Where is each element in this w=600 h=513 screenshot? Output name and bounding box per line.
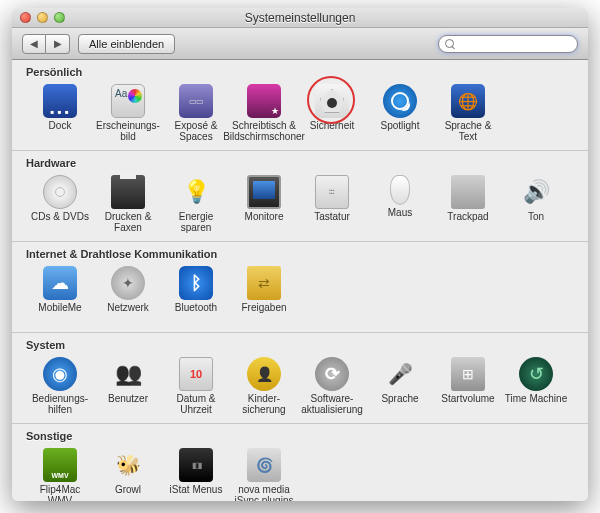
window-title: Systemeinstellungen [12, 11, 588, 25]
pref-item-label: Drucken & Faxen [105, 211, 152, 233]
section-title: System [26, 337, 574, 355]
pref-item-label: CDs & DVDs [31, 211, 89, 233]
section-title: Hardware [26, 155, 574, 173]
section-grid: DockErscheinungs- bildExposé & SpacesSch… [26, 82, 574, 144]
security-icon [315, 84, 349, 118]
pref-item-label: Kinder- sicherung [242, 393, 285, 415]
section-grid: MobileMeNetzwerkBluetoothFreigaben [26, 264, 574, 326]
language-icon [451, 84, 485, 118]
pref-item-parental[interactable]: Kinder- sicherung [230, 355, 298, 417]
pref-item-mobileme[interactable]: MobileMe [26, 264, 94, 326]
pref-item-speech[interactable]: Sprache [366, 355, 434, 417]
parental-icon [247, 357, 281, 391]
pref-item-expose[interactable]: Exposé & Spaces [162, 82, 230, 144]
ua-icon [43, 357, 77, 391]
pref-item-datetime[interactable]: Datum & Uhrzeit [162, 355, 230, 417]
accounts-icon [111, 357, 145, 391]
mobileme-icon [43, 266, 77, 300]
dock-icon [43, 84, 77, 118]
desktop-icon [247, 84, 281, 118]
print-icon [111, 175, 145, 209]
datetime-icon [179, 357, 213, 391]
pref-item-label: MobileMe [38, 302, 81, 324]
pref-item-label: Sprache & Text [445, 120, 492, 142]
pref-item-mouse[interactable]: Maus [366, 173, 434, 235]
pref-item-security[interactable]: Sicherheit [298, 82, 366, 144]
keyboard-icon [315, 175, 349, 209]
bluetooth-icon [179, 266, 213, 300]
show-all-button[interactable]: Alle einblenden [78, 34, 175, 54]
section-title: Sonstige [26, 428, 574, 446]
back-button[interactable]: ◀ [22, 34, 46, 54]
pref-item-accounts[interactable]: Benutzer [94, 355, 162, 417]
pref-item-trackpad[interactable]: Trackpad [434, 173, 502, 235]
highlight-ring [307, 76, 355, 124]
section-grid: Flip4Mac WMVGrowliStat Menusnova media i… [26, 446, 574, 501]
pref-item-energy[interactable]: Energie sparen [162, 173, 230, 235]
nav-segment: ◀ ▶ [22, 34, 70, 54]
pref-item-label: Tastatur [314, 211, 350, 233]
window: Systemeinstellungen ◀ ▶ Alle einblenden … [12, 8, 588, 501]
pref-item-label: Spotlight [381, 120, 420, 142]
pref-item-label: Ton [528, 211, 544, 233]
pref-item-print[interactable]: Drucken & Faxen [94, 173, 162, 235]
pref-item-dock[interactable]: Dock [26, 82, 94, 144]
section-0: PersönlichDockErscheinungs- bildExposé &… [12, 60, 588, 151]
pref-item-label: Benutzer [108, 393, 148, 415]
pref-item-appearance[interactable]: Erscheinungs- bild [94, 82, 162, 144]
pref-item-label: Maus [388, 207, 412, 229]
mouse-icon [390, 175, 410, 205]
pref-item-swupdate[interactable]: Software- aktualisierung [298, 355, 366, 417]
istat-icon [179, 448, 213, 482]
pref-item-ua[interactable]: Bedienungs- hilfen [26, 355, 94, 417]
pref-item-label: Netzwerk [107, 302, 149, 324]
pref-item-language[interactable]: Sprache & Text [434, 82, 502, 144]
pref-item-timemachine[interactable]: Time Machine [502, 355, 570, 417]
pref-item-label: Erscheinungs- bild [96, 120, 160, 142]
search-input[interactable] [458, 38, 571, 50]
pref-item-label: Freigaben [241, 302, 286, 324]
section-title: Persönlich [26, 64, 574, 82]
pref-item-label: iStat Menus [170, 484, 223, 501]
titlebar[interactable]: Systemeinstellungen [12, 8, 588, 28]
growl-icon [111, 448, 145, 482]
flip4mac-icon [43, 448, 77, 482]
pref-item-bluetooth[interactable]: Bluetooth [162, 264, 230, 326]
pref-item-displays[interactable]: Monitore [230, 173, 298, 235]
discs-icon [43, 175, 77, 209]
search-icon [445, 39, 454, 49]
pref-item-label: Energie sparen [179, 211, 213, 233]
pref-item-sharing[interactable]: Freigaben [230, 264, 298, 326]
pref-item-novamedia[interactable]: nova media iSync plugins [230, 446, 298, 501]
pref-item-istat[interactable]: iStat Menus [162, 446, 230, 501]
pref-item-label: Time Machine [505, 393, 567, 415]
pref-item-flip4mac[interactable]: Flip4Mac WMV [26, 446, 94, 501]
pref-item-label: Growl [115, 484, 141, 501]
section-3: SystemBedienungs- hilfenBenutzerDatum & … [12, 333, 588, 424]
startup-icon [451, 357, 485, 391]
trackpad-icon [451, 175, 485, 209]
pref-item-startup[interactable]: Startvolume [434, 355, 502, 417]
section-grid: Bedienungs- hilfenBenutzerDatum & Uhrzei… [26, 355, 574, 417]
speech-icon [383, 357, 417, 391]
pref-item-sound[interactable]: Ton [502, 173, 570, 235]
timemachine-icon [519, 357, 553, 391]
pref-item-spotlight[interactable]: Spotlight [366, 82, 434, 144]
pref-item-keyboard[interactable]: Tastatur [298, 173, 366, 235]
search-field[interactable] [438, 35, 578, 53]
pref-item-discs[interactable]: CDs & DVDs [26, 173, 94, 235]
section-2: Internet & Drahtlose KommunikationMobile… [12, 242, 588, 333]
pref-item-network[interactable]: Netzwerk [94, 264, 162, 326]
novamedia-icon [247, 448, 281, 482]
pref-item-label: Bedienungs- hilfen [32, 393, 88, 415]
pref-item-label: Monitore [245, 211, 284, 233]
section-title: Internet & Drahtlose Kommunikation [26, 246, 574, 264]
forward-button[interactable]: ▶ [46, 34, 70, 54]
energy-icon [179, 175, 213, 209]
pref-item-growl[interactable]: Growl [94, 446, 162, 501]
pref-item-desktop[interactable]: Schreibtisch & Bildschirmschoner [230, 82, 298, 144]
network-icon [111, 266, 145, 300]
pref-item-label: Bluetooth [175, 302, 217, 324]
pref-item-label: Trackpad [447, 211, 488, 233]
pref-item-label: Datum & Uhrzeit [177, 393, 216, 415]
